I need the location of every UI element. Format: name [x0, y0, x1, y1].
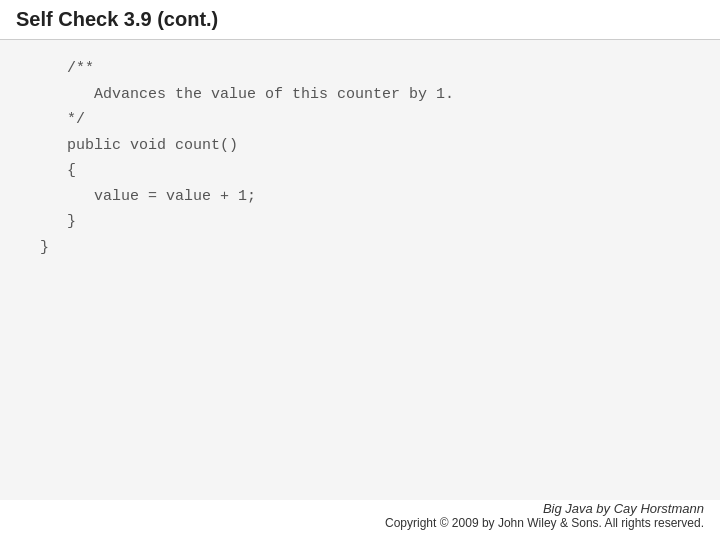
content-area: /** Advances the value of this counter b… — [0, 40, 720, 500]
page-header: Self Check 3.9 (cont.) — [0, 0, 720, 40]
footer-line1: Big Java by Cay Horstmann — [385, 501, 704, 516]
footer-line2: Copyright © 2009 by John Wiley & Sons. A… — [385, 516, 704, 530]
page-title: Self Check 3.9 (cont.) — [16, 8, 218, 30]
code-block: /** Advances the value of this counter b… — [40, 56, 680, 260]
footer: Big Java by Cay Horstmann Copyright © 20… — [385, 501, 704, 530]
